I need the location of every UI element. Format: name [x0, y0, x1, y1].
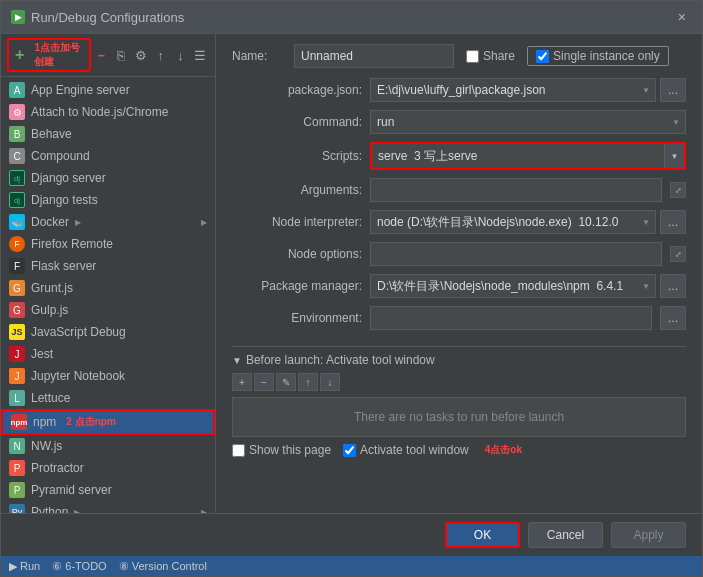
js-debug-icon: JS — [9, 324, 25, 340]
attach-icon: ⚙ — [9, 104, 25, 120]
behave-icon: B — [9, 126, 25, 142]
firefox-icon: F — [9, 236, 25, 252]
grunt-icon: G — [9, 280, 25, 296]
share-checkbox-group: Share — [466, 49, 515, 63]
list-item[interactable]: G Grunt.js — [1, 277, 215, 299]
command-row: Command: run — [232, 110, 686, 134]
list-item[interactable]: 🐳 Docker ▶ — [1, 211, 215, 233]
no-tasks-area: There are no tasks to run before launch — [232, 397, 686, 437]
list-item[interactable]: P Protractor — [1, 457, 215, 479]
version-label: ⑧ Version Control — [119, 560, 207, 573]
bl-add-button[interactable]: + — [232, 373, 252, 391]
list-item-label: Django tests — [31, 193, 98, 207]
right-panel: Name: Share Single instance only package… — [216, 34, 702, 513]
environment-row: Environment: ... — [232, 306, 686, 330]
list-item[interactable]: B Behave — [1, 123, 215, 145]
single-instance-checkbox[interactable] — [536, 50, 549, 63]
list-item-compound[interactable]: C Compound — [1, 145, 215, 167]
before-launch-toolbar: + − ✎ ↑ ↓ — [232, 373, 686, 391]
list-item-npm[interactable]: npm npm 2 点击npm — [1, 409, 215, 435]
before-launch-title: Before launch: Activate tool window — [246, 353, 435, 367]
dialog-footer: OK Cancel Apply — [1, 513, 702, 556]
cancel-button[interactable]: Cancel — [528, 522, 603, 548]
package-manager-browse-button[interactable]: ... — [660, 274, 686, 298]
flask-icon: F — [9, 258, 25, 274]
arguments-row: Arguments: ⤢ — [232, 178, 686, 202]
add-toolbar-group: + 1点击加号创建 — [7, 38, 91, 72]
node-interpreter-browse-button[interactable]: ... — [660, 210, 686, 234]
command-select[interactable]: run — [370, 110, 686, 134]
list-item-label: Python — [31, 505, 68, 513]
add-annotation: 1点击加号创建 — [34, 41, 86, 69]
list-item[interactable]: A App Engine server — [1, 79, 215, 101]
before-launch-section: ▼ Before launch: Activate tool window + … — [232, 346, 686, 457]
list-item[interactable]: P Pyramid server — [1, 479, 215, 501]
list-item[interactable]: F Firefox Remote — [1, 233, 215, 255]
bl-remove-button[interactable]: − — [254, 373, 274, 391]
app-engine-icon: A — [9, 82, 25, 98]
list-item-label: npm — [33, 415, 56, 429]
add-config-button[interactable]: + — [11, 44, 28, 66]
copy-config-button[interactable]: ⎘ — [112, 44, 130, 66]
version-status: ⑧ Version Control — [119, 560, 207, 573]
arguments-expand-button[interactable]: ⤢ — [670, 182, 686, 198]
package-json-label: package.json: — [232, 83, 362, 97]
list-item[interactable]: N NW.js — [1, 435, 215, 457]
django-tests-icon: dj — [9, 192, 25, 208]
activate-window-checkbox[interactable] — [343, 444, 356, 457]
share-checkbox[interactable] — [466, 50, 479, 63]
jest-icon: J — [9, 346, 25, 362]
list-item[interactable]: dj Django tests — [1, 189, 215, 211]
config-list: A App Engine server ⚙ Attach to Node.js/… — [1, 77, 215, 513]
list-item[interactable]: G Gulp.js — [1, 299, 215, 321]
bl-edit-button[interactable]: ✎ — [276, 373, 296, 391]
scripts-dropdown-button[interactable]: ▼ — [664, 144, 684, 168]
arguments-input[interactable] — [370, 178, 662, 202]
package-manager-input[interactable] — [370, 274, 656, 298]
todo-status: ⑥ 6-TODO — [52, 560, 106, 573]
npm-icon: npm — [11, 414, 27, 430]
list-item[interactable]: J Jest — [1, 343, 215, 365]
package-json-input[interactable] — [370, 78, 656, 102]
filter-button[interactable]: ☰ — [191, 44, 209, 66]
show-page-checkbox[interactable] — [232, 444, 245, 457]
node-interpreter-input[interactable] — [370, 210, 656, 234]
node-options-expand-button[interactable]: ⤢ — [670, 246, 686, 262]
apply-button[interactable]: Apply — [611, 522, 686, 548]
move-down-button[interactable]: ↓ — [172, 44, 190, 66]
django-server-icon: dj — [9, 170, 25, 186]
list-item[interactable]: L Lettuce — [1, 387, 215, 409]
environment-input[interactable] — [370, 306, 652, 330]
name-input[interactable] — [294, 44, 454, 68]
list-item-label: Jest — [31, 347, 53, 361]
list-item[interactable]: Py Python ▶ — [1, 501, 215, 513]
list-item[interactable]: J Jupyter Notebook — [1, 365, 215, 387]
node-options-input[interactable] — [370, 242, 662, 266]
package-manager-wrapper — [370, 274, 656, 298]
left-panel: + 1点击加号创建 − ⎘ ⚙ ↑ ↓ ☰ A App Engine serve… — [1, 34, 216, 513]
node-interpreter-group: ... — [370, 210, 686, 234]
no-tasks-text: There are no tasks to run before launch — [354, 410, 564, 424]
remove-config-button[interactable]: − — [93, 44, 111, 66]
package-json-select-wrapper — [370, 78, 656, 102]
environment-browse-button[interactable]: ... — [660, 306, 686, 330]
list-item-label: Grunt.js — [31, 281, 73, 295]
bl-down-button[interactable]: ↓ — [320, 373, 340, 391]
ok-button[interactable]: OK — [445, 522, 520, 548]
package-manager-row: Package manager: ... — [232, 274, 686, 298]
scripts-input[interactable] — [372, 144, 664, 168]
list-item[interactable]: JS JavaScript Debug — [1, 321, 215, 343]
package-json-browse-button[interactable]: ... — [660, 78, 686, 102]
move-up-button[interactable]: ↑ — [152, 44, 170, 66]
list-item[interactable]: dj Django server — [1, 167, 215, 189]
before-launch-toggle[interactable]: ▼ — [232, 355, 242, 366]
list-item[interactable]: ⚙ Attach to Node.js/Chrome — [1, 101, 215, 123]
top-row: Name: Share Single instance only — [232, 44, 686, 68]
node-options-label: Node options: — [232, 247, 362, 261]
settings-button[interactable]: ⚙ — [132, 44, 150, 66]
list-item-label: Gulp.js — [31, 303, 68, 317]
close-button[interactable]: × — [672, 7, 692, 27]
bl-up-button[interactable]: ↑ — [298, 373, 318, 391]
before-launch-header: ▼ Before launch: Activate tool window — [232, 353, 686, 367]
list-item[interactable]: F Flask server — [1, 255, 215, 277]
